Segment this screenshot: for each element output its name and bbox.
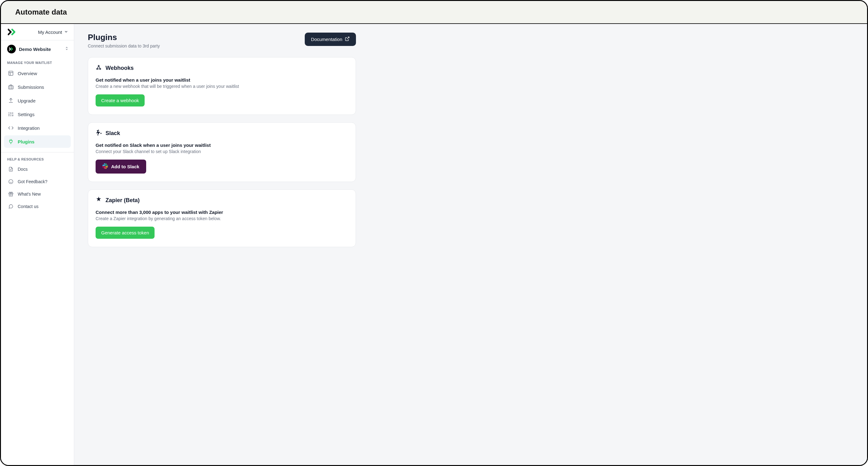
- card-title: Zapier (Beta): [105, 197, 140, 204]
- sidebar-item-docs[interactable]: Docs: [4, 164, 71, 175]
- card-subtitle: Get notified on Slack when a user joins …: [96, 143, 348, 148]
- site-name: Demo Website: [19, 47, 51, 52]
- card-subtitle: Get notified when a user joins your wait…: [96, 77, 348, 83]
- generate-token-button[interactable]: Generate access token: [96, 227, 155, 239]
- card-webhooks: Webhooks Get notified when a user joins …: [88, 57, 356, 115]
- sidebar-item-label: Overview: [18, 71, 37, 76]
- sidebar-item-label: Upgrade: [18, 98, 36, 104]
- documentation-button[interactable]: Documentation: [305, 33, 356, 46]
- sidebar-item-label: Docs: [18, 167, 28, 172]
- svg-point-22: [100, 68, 100, 69]
- sidebar-header: My Account: [1, 24, 74, 40]
- sidebar-item-overview[interactable]: Overview: [4, 67, 71, 80]
- code-icon: [8, 125, 14, 131]
- card-zapier: Zapier (Beta) Connect more than 3,000 ap…: [88, 190, 356, 247]
- chevron-down-icon: [64, 29, 68, 35]
- svg-point-21: [96, 68, 97, 69]
- button-label: Add to Slack: [111, 164, 140, 169]
- svg-point-23: [98, 65, 99, 66]
- sidebar-item-integration[interactable]: Integration: [4, 122, 71, 134]
- sidebar-item-whatsnew[interactable]: What's New: [4, 188, 71, 200]
- sidebar-item-contact[interactable]: Contact us: [4, 201, 71, 212]
- sidebar-item-label: Plugins: [18, 139, 34, 144]
- sidebar-section-help-label: HELP & RESOURCES: [1, 154, 74, 164]
- zapier-icon: [96, 197, 102, 204]
- account-selector[interactable]: My Account: [38, 29, 68, 35]
- sort-icon: [65, 46, 69, 52]
- app-body: My Account Demo Website: [1, 24, 867, 465]
- sidebar-nav-help: Docs Got Feedback? What's New: [1, 164, 74, 212]
- sidebar-item-label: What's New: [18, 192, 41, 197]
- sidebar-item-plugins[interactable]: Plugins: [4, 135, 71, 148]
- site-avatar-icon: [7, 45, 16, 53]
- card-slack: Slack Get notified on Slack when a user …: [88, 122, 356, 182]
- chat-icon: [8, 203, 14, 209]
- plug-icon: [8, 139, 14, 145]
- svg-line-20: [347, 37, 349, 39]
- site-selector[interactable]: Demo Website: [1, 40, 74, 58]
- slack-icon: [96, 129, 102, 137]
- card-description: Create a new webhook that will be trigge…: [96, 84, 348, 89]
- briefcase-icon: [8, 84, 14, 90]
- webhook-icon: [96, 64, 102, 72]
- card-description: Connect your Slack channel to set up Sla…: [96, 149, 348, 154]
- sidebar-item-feedback[interactable]: Got Feedback?: [4, 176, 71, 187]
- page-subtitle: Connect submission data to 3rd party: [88, 43, 160, 49]
- dashboard-icon: [8, 70, 14, 76]
- sidebar-item-label: Got Feedback?: [18, 179, 48, 184]
- smile-icon: [8, 178, 14, 185]
- svg-rect-3: [9, 86, 13, 89]
- add-to-slack-button[interactable]: Add to Slack: [96, 159, 146, 174]
- sidebar-item-label: Contact us: [18, 204, 38, 209]
- card-title: Slack: [105, 130, 120, 137]
- divider: [1, 152, 74, 152]
- sidebar-item-submissions[interactable]: Submissions: [4, 81, 71, 93]
- create-webhook-button[interactable]: Create a webhook: [96, 94, 145, 107]
- topbar-title: Automate data: [15, 8, 853, 17]
- sidebar-item-upgrade[interactable]: Upgrade: [4, 94, 71, 107]
- page-header: Plugins Connect submission data to 3rd p…: [88, 33, 356, 49]
- app-logo-icon: [8, 28, 18, 36]
- button-label: Generate access token: [101, 230, 149, 235]
- card-description: Create a Zapier integration by generatin…: [96, 216, 348, 221]
- sidebar-item-label: Submissions: [18, 84, 44, 90]
- button-label: Create a webhook: [101, 98, 139, 103]
- card-title: Webhooks: [105, 65, 134, 71]
- sidebar-item-settings[interactable]: Settings: [4, 108, 71, 120]
- sidebar-item-label: Settings: [18, 112, 34, 117]
- upgrade-icon: [8, 97, 14, 104]
- page-title: Plugins: [88, 33, 160, 42]
- sidebar: My Account Demo Website: [1, 24, 74, 465]
- sidebar-item-label: Integration: [18, 125, 40, 131]
- card-subtitle: Connect more than 3,000 apps to your wai…: [96, 209, 348, 215]
- slack-color-icon: [102, 163, 108, 170]
- svg-point-15: [9, 179, 13, 183]
- sidebar-section-manage-label: MANAGE YOUR WAITLIST: [1, 58, 74, 67]
- sidebar-nav-manage: Overview Submissions Upgrade: [1, 67, 74, 148]
- app-window: Automate data My Account: [0, 0, 868, 466]
- account-label: My Account: [38, 29, 62, 35]
- documentation-button-label: Documentation: [311, 37, 342, 42]
- gift-icon: [8, 191, 14, 197]
- sliders-icon: [8, 111, 14, 117]
- external-link-icon: [345, 36, 350, 42]
- main-content: Plugins Connect submission data to 3rd p…: [74, 24, 867, 465]
- svg-rect-0: [9, 71, 13, 76]
- file-icon: [8, 166, 14, 172]
- topbar: Automate data: [1, 1, 867, 24]
